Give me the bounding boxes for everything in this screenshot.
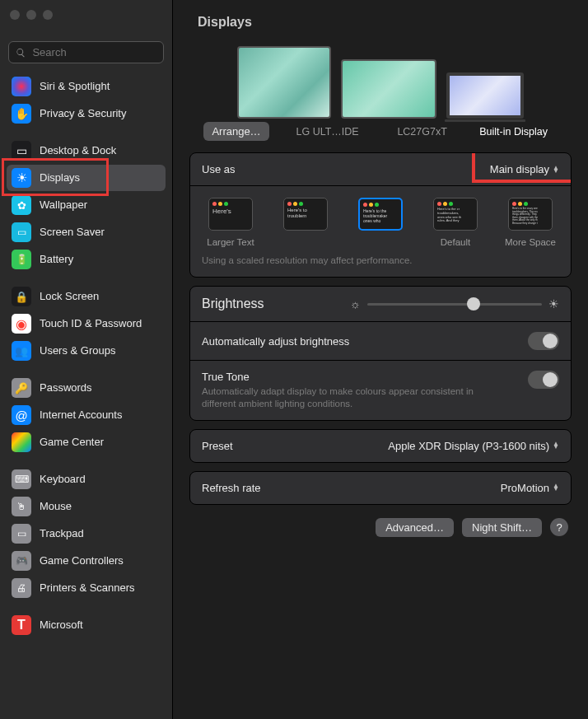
sidebar-item-printers[interactable]: 🖨 Printers & Scanners — [7, 575, 166, 601]
settings-card-preset: Preset Apple XDR Display (P3-1600 nits) … — [189, 429, 572, 463]
night-shift-button[interactable]: Night Shift… — [462, 518, 542, 537]
sidebar-item-label: Touch ID & Password — [40, 318, 142, 330]
keyboard-icon: ⌨ — [12, 469, 31, 489]
sidebar-item-label: Battery — [40, 254, 73, 266]
display-label-lg: LG ULT…IDE — [281, 126, 375, 138]
at-icon: @ — [12, 405, 31, 425]
true-tone-row: True Tone Automatically adapt display to… — [190, 361, 571, 420]
sidebar-item-internet[interactable]: @ Internet Accounts — [7, 402, 166, 428]
sidebar-item-privacy[interactable]: ✋ Privacy & Security — [7, 100, 166, 127]
chevron-updown-icon: ▲▼ — [553, 442, 559, 449]
sidebar-item-trackpad[interactable]: ▭ Trackpad — [7, 521, 166, 547]
sidebar-item-label: Microsoft — [40, 619, 83, 632]
sidebar-item-siri[interactable]: Siri & Spotlight — [7, 73, 166, 100]
sidebar-item-label: Displays — [40, 172, 80, 184]
mouse-icon: 🖱 — [12, 497, 31, 516]
advanced-button[interactable]: Advanced… — [376, 518, 454, 537]
sidebar-item-microsoft[interactable]: T Microsoft — [7, 612, 166, 638]
sidebar-item-label: Lock Screen — [40, 291, 99, 303]
siri-icon — [12, 77, 31, 96]
brightness-slider[interactable]: ☼ ☀ — [350, 297, 559, 310]
battery-icon: 🔋 — [12, 250, 31, 269]
resolution-picker: Here's Larger Text Here's totroublem Her… — [190, 186, 571, 254]
settings-card-brightness: Brightness ☼ ☀ Automatically adjust brig… — [189, 286, 572, 421]
search-input[interactable] — [30, 45, 156, 59]
display-thumb-lg[interactable] — [237, 46, 331, 119]
sidebar-item-label: Screen Saver — [40, 226, 105, 239]
refresh-select[interactable]: ProMotion ▲▼ — [501, 482, 559, 494]
dock-icon: ▭ — [12, 141, 31, 161]
sidebar-item-label: Passwords — [40, 382, 92, 395]
sidebar-list: Siri & Spotlight ✋ Privacy & Security ▭ … — [0, 72, 172, 656]
resolution-option-more[interactable]: Here's to the crazy onetroublemakers. Th… — [502, 198, 559, 247]
search-field[interactable] — [8, 41, 164, 63]
sidebar-item-touchid[interactable]: ◉ Touch ID & Password — [7, 310, 166, 337]
sidebar: Siri & Spotlight ✋ Privacy & Security ▭ … — [0, 0, 173, 719]
sidebar-item-label: Siri & Spotlight — [40, 81, 110, 93]
brightness-icon: ☀ — [12, 168, 31, 188]
refresh-value: ProMotion — [501, 482, 549, 494]
true-tone-desc: Automatically adapt display to make colo… — [202, 385, 482, 410]
resolution-option-larger[interactable]: Here's Larger Text — [202, 198, 259, 247]
use-as-select[interactable]: Main display ▲▼ — [490, 163, 559, 175]
users-icon: 👥 — [12, 341, 31, 361]
hand-icon: ✋ — [12, 104, 31, 124]
use-as-row: Use as Main display ▲▼ — [190, 153, 571, 186]
display-arrangement — [173, 46, 588, 119]
sidebar-item-desktop[interactable]: ▭ Desktop & Dock — [7, 138, 166, 164]
sidebar-item-label: Internet Accounts — [40, 409, 122, 422]
sidebar-item-mouse[interactable]: 🖱 Mouse — [7, 493, 166, 520]
use-as-label: Use as — [202, 163, 235, 175]
sidebar-item-label: Keyboard — [40, 474, 86, 486]
sidebar-item-screensaver[interactable]: ▭ Screen Saver — [7, 219, 166, 245]
preset-label: Preset — [202, 440, 233, 452]
trackpad-icon: ▭ — [12, 524, 31, 544]
page-title: Displays — [173, 0, 588, 38]
chevron-updown-icon: ▲▼ — [553, 166, 559, 173]
key-icon: 🔑 — [12, 378, 31, 398]
fingerprint-icon: ◉ — [12, 314, 31, 334]
help-button[interactable]: ? — [550, 518, 568, 536]
sidebar-item-gamecenter[interactable]: Game Center — [7, 429, 166, 455]
sidebar-item-lock[interactable]: 🔒 Lock Screen — [7, 283, 166, 310]
sidebar-item-battery[interactable]: 🔋 Battery — [7, 246, 166, 273]
sun-small-icon: ☼ — [350, 297, 361, 310]
sidebar-item-label: Game Center — [40, 437, 104, 449]
sidebar-item-label: Mouse — [40, 501, 72, 513]
display-label-builtin: Built-in Display — [470, 126, 558, 138]
refresh-label: Refresh rate — [202, 482, 261, 494]
display-label-lc27: LC27G7xT — [375, 126, 470, 138]
auto-brightness-row: Automatically adjust brightness — [190, 322, 571, 361]
true-tone-toggle[interactable] — [528, 371, 559, 389]
resolution-option-default[interactable]: Here's to the crtroublemakers,ones who s… — [427, 198, 484, 247]
sun-large-icon: ☀ — [548, 297, 559, 310]
arrange-button[interactable]: Arrange… — [203, 122, 268, 141]
settings-card-refresh: Refresh rate ProMotion ▲▼ — [189, 471, 572, 505]
true-tone-label: True Tone — [202, 371, 482, 383]
sidebar-item-keyboard[interactable]: ⌨ Keyboard — [7, 466, 166, 493]
controller-icon: 🎮 — [12, 551, 31, 571]
sidebar-item-passwords[interactable]: 🔑 Passwords — [7, 375, 166, 401]
sidebar-item-displays[interactable]: ☀ Displays — [7, 165, 166, 191]
settings-card-use: Use as Main display ▲▼ Here's Larger Tex… — [189, 152, 572, 278]
printer-icon: 🖨 — [12, 578, 31, 598]
display-thumb-lc27[interactable] — [341, 59, 436, 119]
sidebar-item-wallpaper[interactable]: ✿ Wallpaper — [7, 192, 166, 218]
window-traffic-lights[interactable] — [10, 10, 53, 20]
microsoft-icon: T — [12, 615, 31, 635]
sidebar-item-gamectrl[interactable]: 🎮 Game Controllers — [7, 548, 166, 574]
preset-select[interactable]: Apple XDR Display (P3-1600 nits) ▲▼ — [388, 440, 559, 452]
sidebar-item-label: Printers & Scanners — [40, 582, 135, 595]
sidebar-item-users[interactable]: 👥 Users & Groups — [7, 338, 166, 364]
sidebar-item-label: Users & Groups — [40, 345, 115, 357]
screensaver-icon: ▭ — [12, 222, 31, 242]
main-content: Displays Arrange… LG ULT…IDE LC27G7xT Bu… — [173, 0, 588, 719]
display-thumb-builtin[interactable] — [446, 72, 524, 119]
brightness-row: Brightness ☼ ☀ — [190, 287, 571, 322]
auto-brightness-toggle[interactable] — [528, 332, 559, 350]
resolution-option-3[interactable]: Here's to thetroublemakerones who — [352, 198, 409, 247]
preset-value: Apple XDR Display (P3-1600 nits) — [388, 440, 549, 452]
resolution-option-2[interactable]: Here's totroublem — [277, 198, 334, 247]
footer: Advanced… Night Shift… ? — [173, 513, 588, 550]
lock-icon: 🔒 — [12, 287, 31, 306]
